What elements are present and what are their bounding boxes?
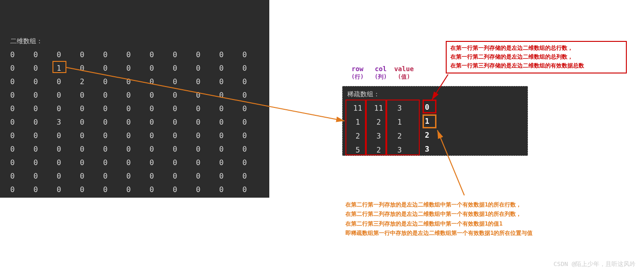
matrix-cell: 0 — [57, 50, 80, 59]
matrix-cell: 0 — [80, 158, 103, 167]
matrix-cell: 0 — [196, 50, 219, 59]
matrix-cell: 0 — [173, 118, 196, 127]
matrix-cell: 0 — [242, 158, 266, 167]
right-title: 稀疏数组： — [347, 90, 523, 99]
matrix-cell: 0 — [126, 172, 150, 180]
matrix-highlight-cell — [52, 61, 66, 73]
matrix-row: 00000000000 — [10, 156, 266, 169]
matrix-cell: 0 — [80, 185, 103, 194]
matrix-cell: 0 — [150, 185, 173, 194]
matrix-cell: 0 — [57, 131, 80, 140]
matrix-cell: 0 — [10, 104, 33, 113]
matrix-cell: 0 — [126, 185, 150, 194]
matrix-cell: 0 — [219, 104, 242, 113]
matrix-cell: 0 — [173, 158, 196, 167]
matrix-cell: 0 — [196, 145, 219, 153]
matrix-cell: 0 — [219, 158, 242, 167]
matrix-cell: 0 — [103, 64, 126, 73]
matrix-cell: 0 — [173, 104, 196, 113]
matrix-cell: 0 — [80, 104, 103, 113]
matrix-cell: 0 — [80, 91, 103, 100]
matrix-cell: 0 — [103, 91, 126, 100]
matrix-cell: 0 — [196, 118, 219, 127]
matrix-cell: 0 — [219, 145, 242, 153]
sparse-red-col-1 — [345, 100, 366, 155]
matrix-cell: 0 — [219, 77, 242, 86]
matrix-cell: 0 — [242, 77, 266, 86]
index-1-orange-box — [423, 114, 436, 128]
matrix-cell: 0 — [126, 77, 150, 86]
header-col: col(列) — [369, 65, 392, 81]
matrix-cell: 0 — [219, 64, 242, 73]
matrix-cell: 0 — [33, 158, 57, 167]
matrix-cell: 0 — [219, 91, 242, 100]
left-matrix-panel: 二维数组： 0000000000000100000000000200000000… — [0, 0, 269, 198]
matrix-cell: 0 — [126, 118, 150, 127]
matrix-cell: 0 — [10, 118, 33, 127]
matrix-cell: 0 — [57, 172, 80, 180]
sparse-headers: row(行) col(列) value(值) — [346, 65, 416, 81]
matrix-cell: 0 — [150, 91, 173, 100]
idx-2: 2 — [425, 128, 429, 142]
matrix-row: 00000000000 — [10, 88, 266, 102]
matrix-row: 00300000000 — [10, 115, 266, 129]
matrix-cell: 0 — [242, 104, 266, 113]
matrix-cell: 0 — [150, 145, 173, 153]
matrix-cell: 0 — [242, 172, 266, 180]
matrix-cell: 0 — [10, 77, 33, 86]
matrix-cell: 0 — [80, 172, 103, 180]
matrix-cell: 0 — [196, 131, 219, 140]
matrix-cell: 0 — [103, 77, 126, 86]
matrix-cell: 0 — [33, 145, 57, 153]
matrix-row: 00000000000 — [10, 142, 266, 156]
header-row: row(行) — [346, 65, 369, 81]
matrix-cell: 0 — [196, 64, 219, 73]
matrix-cell: 0 — [242, 50, 266, 59]
annotation-orange-text: 在第二行第一列存放的是左边二维数组中第一个有效数据1的所在行数， 在第二行第二列… — [345, 200, 610, 238]
matrix-cell: 0 — [10, 145, 33, 153]
sparse-red-col-3 — [386, 100, 420, 155]
matrix-row: 00020000000 — [10, 75, 266, 88]
matrix-cell: 0 — [150, 50, 173, 59]
matrix-cell: 0 — [150, 158, 173, 167]
matrix-cell: 0 — [103, 172, 126, 180]
matrix-cell: 0 — [80, 50, 103, 59]
matrix-cell: 0 — [80, 118, 103, 127]
matrix-cell: 0 — [57, 104, 80, 113]
matrix-cell: 0 — [80, 64, 103, 73]
matrix-cell: 0 — [150, 172, 173, 180]
matrix-cell: 0 — [196, 158, 219, 167]
matrix-cell: 0 — [126, 91, 150, 100]
matrix-cell: 0 — [103, 158, 126, 167]
matrix-cell: 0 — [219, 131, 242, 140]
matrix-cell: 2 — [80, 77, 103, 86]
matrix-cell: 0 — [103, 104, 126, 113]
matrix-cell: 0 — [33, 118, 57, 127]
matrix-cell: 0 — [196, 185, 219, 194]
matrix-cell: 0 — [196, 104, 219, 113]
matrix-row: 00000000000 — [10, 129, 266, 142]
matrix-cell: 0 — [173, 91, 196, 100]
annotation-red-box: 在第一行第一列存储的是左边二维数组的总行数， 在第一行第二列存储的是左边二维数组… — [446, 41, 627, 73]
index-0-red-box — [423, 100, 436, 113]
matrix-cell: 0 — [150, 64, 173, 73]
matrix-cell: 0 — [219, 50, 242, 59]
matrix-cell: 0 — [173, 145, 196, 153]
matrix-cell: 0 — [242, 64, 266, 73]
matrix-cell: 0 — [57, 185, 80, 194]
matrix-cell: 0 — [150, 131, 173, 140]
matrix-cell: 0 — [219, 118, 242, 127]
matrix-cell: 0 — [242, 118, 266, 127]
matrix-cell: 0 — [173, 131, 196, 140]
matrix-cell: 0 — [196, 172, 219, 180]
matrix-cell: 0 — [126, 158, 150, 167]
matrix-cell: 0 — [10, 172, 33, 180]
header-value: value(值) — [392, 65, 416, 81]
matrix-cell: 0 — [80, 145, 103, 153]
matrix-cell: 0 — [10, 91, 33, 100]
matrix-cell: 0 — [150, 77, 173, 86]
matrix-cell: 0 — [126, 50, 150, 59]
matrix-cell: 0 — [33, 91, 57, 100]
matrix-cell: 0 — [173, 50, 196, 59]
matrix-cell: 0 — [57, 77, 80, 86]
